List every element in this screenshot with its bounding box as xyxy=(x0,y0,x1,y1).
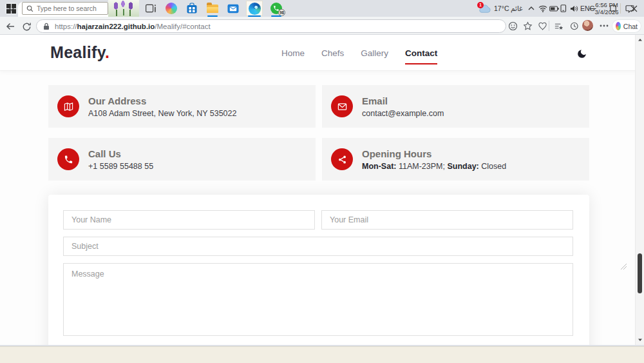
card-title: Call Us xyxy=(88,148,153,159)
weather-notification-badge: 1 xyxy=(477,2,484,8)
hours-weekdays-value: 11AM-23PM; xyxy=(396,162,447,171)
more-menu-icon[interactable] xyxy=(598,20,610,32)
chat-button-label: Chat xyxy=(623,23,638,30)
clock-time: 6:56 PM xyxy=(591,1,622,8)
hours-sunday-label: Sunday: xyxy=(447,162,478,171)
contact-card-email: Email contact@example.com xyxy=(322,85,589,128)
contact-form xyxy=(48,195,589,345)
task-view-button[interactable] xyxy=(142,1,159,15)
scrollbar-up-icon[interactable] xyxy=(638,37,643,43)
speaker-icon[interactable] xyxy=(569,0,579,17)
taskbar-search-box[interactable] xyxy=(22,2,108,15)
back-button[interactable] xyxy=(5,21,16,32)
address-bar[interactable]: https://hajarzain222.github.io/Mealify/#… xyxy=(36,19,506,33)
tray-chevron-up-icon[interactable] xyxy=(526,0,536,17)
card-title: Our Address xyxy=(88,95,236,106)
email-input[interactable] xyxy=(321,210,573,230)
hours-sunday-value: Closed xyxy=(479,162,506,171)
clock-date: 3/4/2026 xyxy=(591,8,622,15)
copilot-chat-button[interactable]: Chat xyxy=(612,19,641,33)
contact-card-hours: Opening Hours Mon-Sat: 11AM-23PM; Sunday… xyxy=(322,138,589,181)
edge-open-indicator xyxy=(248,15,261,17)
card-title: Opening Hours xyxy=(362,148,506,159)
contact-card-address: Our Address A108 Adam Street, New York, … xyxy=(48,85,316,128)
share-icon[interactable] xyxy=(331,148,353,170)
card-text: +1 5589 55488 55 xyxy=(88,162,153,171)
tray-separator xyxy=(620,3,621,14)
card-text: contact@example.com xyxy=(362,109,444,118)
scrollbar-thumb[interactable] xyxy=(638,253,642,293)
collections-icon[interactable] xyxy=(553,20,564,32)
page-content: Mealify. Home Chefs Gallery Contact Our … xyxy=(0,35,644,345)
taskbar-search-input[interactable] xyxy=(37,5,104,12)
notification-center-icon[interactable] xyxy=(623,0,636,17)
page-scrollbar[interactable] xyxy=(635,35,644,345)
taskbar-mail-icon[interactable] xyxy=(225,1,242,15)
lock-icon xyxy=(43,23,50,30)
browser-essentials-icon[interactable] xyxy=(536,20,548,32)
url-text: https://hajarzain222.github.io/Mealify/#… xyxy=(55,23,211,30)
taskbar-edge-icon[interactable] xyxy=(246,1,263,15)
logo-text: Mealify xyxy=(50,43,105,61)
subject-input[interactable] xyxy=(63,237,573,256)
history-icon[interactable] xyxy=(568,20,580,32)
battery-icon[interactable] xyxy=(548,0,560,17)
scrollbar-down-icon[interactable] xyxy=(638,337,643,342)
url-path: /Mealify/#contact xyxy=(155,23,210,30)
favorites-star-icon[interactable] xyxy=(522,20,533,32)
wifi-icon[interactable] xyxy=(537,0,548,17)
name-input[interactable] xyxy=(63,210,315,230)
nav-item-chefs[interactable]: Chefs xyxy=(313,44,352,62)
url-domain: hajarzain222.github.io xyxy=(77,23,155,30)
card-text: A108 Adam Street, New York, NY 535022 xyxy=(88,109,236,118)
logo-dot: . xyxy=(105,43,109,61)
taskbar-copilot-icon[interactable] xyxy=(163,1,180,15)
phone-link-icon[interactable] xyxy=(559,0,569,17)
weather-condition[interactable]: غائم xyxy=(511,0,523,17)
taskbar-clock[interactable]: 6:56 PM 3/4/2026 xyxy=(591,1,622,15)
map-icon[interactable] xyxy=(57,95,79,117)
widgets-weather-image[interactable] xyxy=(108,0,139,17)
taskbar xyxy=(0,346,644,363)
feedback-smiley-icon[interactable] xyxy=(507,20,518,32)
taskbar-whatsapp-icon[interactable]: 98 xyxy=(268,1,285,15)
taskbar-file-explorer-icon[interactable] xyxy=(204,1,221,15)
url-protocol: https:// xyxy=(55,23,77,30)
contact-card-phone: Call Us +1 5589 55488 55 xyxy=(48,138,316,181)
card-title: Email xyxy=(362,95,444,106)
envelope-icon[interactable] xyxy=(331,95,353,117)
weather-temperature[interactable]: 17°C xyxy=(494,0,509,17)
textarea-resize-handle[interactable] xyxy=(621,264,627,270)
nav-item-gallery[interactable]: Gallery xyxy=(352,44,397,62)
dark-mode-toggle[interactable] xyxy=(575,47,588,60)
nav-item-home[interactable]: Home xyxy=(273,44,313,62)
hours-weekdays-label: Mon-Sat: xyxy=(362,162,396,171)
file-explorer-open-indicator xyxy=(207,15,218,17)
whatsapp-open-indicator xyxy=(271,15,281,17)
card-text: Mon-Sat: 11AM-23PM; Sunday: Closed xyxy=(362,162,506,171)
copilot-icon xyxy=(616,22,621,30)
refresh-button[interactable] xyxy=(21,21,32,32)
site-logo[interactable]: Mealify. xyxy=(50,43,109,62)
nav-item-contact[interactable]: Contact xyxy=(397,44,446,62)
start-button[interactable] xyxy=(3,0,19,17)
site-header: Mealify. Home Chefs Gallery Contact xyxy=(0,35,644,71)
moon-icon xyxy=(576,48,587,59)
site-nav: Home Chefs Gallery Contact xyxy=(273,35,446,71)
phone-icon[interactable] xyxy=(57,148,79,170)
search-icon xyxy=(26,5,33,12)
message-textarea[interactable] xyxy=(63,263,573,336)
profile-avatar[interactable] xyxy=(582,20,593,31)
taskbar-store-icon[interactable] xyxy=(184,1,200,15)
toolbar-divider xyxy=(549,21,549,31)
